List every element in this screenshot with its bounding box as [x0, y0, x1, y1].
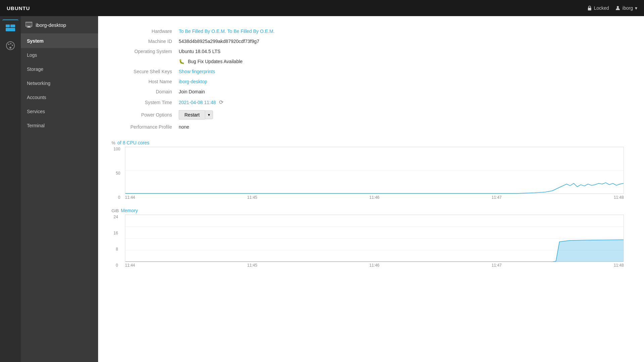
time-label: System Time — [112, 100, 179, 105]
memory-chart-x-labels: 11:44 11:45 11:46 11:47 11:48 — [125, 263, 624, 268]
sidebar-item-terminal[interactable]: Terminal — [21, 119, 98, 133]
hostname-value[interactable]: iborg-desktop — [179, 79, 207, 84]
hardware-row: Hardware To Be Filled By O.E.M. To Be Fi… — [112, 26, 624, 36]
cpu-y-100: 100 — [114, 147, 120, 151]
mem-x-1148: 11:48 — [614, 263, 624, 268]
machine-id-row: Machine ID 5438d4b8925a299akd87920cdf73f… — [112, 36, 624, 46]
time-row: System Time 2021-04-08 11:48 ⟳ — [112, 97, 624, 108]
os-label: Operating System — [112, 49, 179, 54]
bug-text: 🐛 Bug Fix Updates Available — [179, 59, 243, 64]
svg-marker-22 — [125, 240, 624, 262]
svg-rect-3 — [10, 25, 15, 27]
sidebar-icon-dashboard[interactable] — [2, 19, 18, 36]
svg-point-6 — [8, 44, 9, 45]
svg-rect-13 — [27, 27, 31, 28]
topbar: UBUNTU Locked iborg ▾ — [0, 0, 644, 16]
sidebar-item-storage[interactable]: Storage — [21, 62, 98, 76]
sidebar-item-accounts[interactable]: Accounts — [21, 90, 98, 104]
cpu-x-1147: 11:47 — [491, 195, 502, 200]
cpu-chart-section: % of 8 CPU cores 100 50 0 — [112, 140, 624, 200]
svg-rect-12 — [28, 27, 30, 27]
mem-x-1145: 11:45 — [247, 263, 257, 268]
ssh-value[interactable]: Show fingerprints — [179, 69, 215, 74]
cpu-y-50: 50 — [116, 171, 120, 176]
cpu-chart-container — [125, 147, 624, 194]
svg-point-8 — [12, 45, 13, 46]
memory-chart-y-labels: 24 16 8 0 — [112, 215, 119, 268]
main-layout: iborg-desktop System Logs Storage Networ… — [0, 16, 644, 362]
user-icon — [615, 5, 620, 11]
palette-icon — [6, 41, 15, 50]
memory-chart-wrapper: 24 16 8 0 — [125, 215, 624, 268]
svg-rect-2 — [6, 25, 10, 27]
cpu-x-1145: 11:45 — [247, 195, 257, 200]
sidebar-item-system[interactable]: System — [21, 34, 98, 48]
mem-x-1147: 11:47 — [491, 263, 502, 268]
hardware-value[interactable]: To Be Filled By O.E.M. To Be Filled By O… — [179, 29, 274, 34]
memory-chart-title: Memory — [121, 208, 138, 213]
app-title: UBUNTU — [7, 5, 30, 11]
svg-rect-4 — [6, 28, 15, 31]
cpu-chart-title-row: % of 8 CPU cores — [112, 140, 624, 145]
svg-rect-11 — [26, 22, 32, 26]
hostname-row: Host Name iborg-desktop — [112, 77, 624, 87]
nav-sidebar-header: iborg-desktop — [21, 16, 98, 34]
nav-sidebar: iborg-desktop System Logs Storage Networ… — [21, 16, 98, 362]
memory-chart-section: GiB Memory 24 16 8 0 — [112, 208, 624, 268]
host-icon — [26, 21, 32, 28]
perf-value: none — [179, 124, 189, 130]
mem-x-1146: 11:46 — [369, 263, 379, 268]
sidebar-item-logs[interactable]: Logs — [21, 48, 98, 62]
domain-value: Join Domain — [179, 89, 205, 94]
cpu-chart-x-labels: 11:44 11:45 11:46 11:47 11:48 — [125, 195, 624, 200]
lock-label: Locked — [594, 5, 609, 11]
power-label: Power Options — [112, 112, 179, 118]
hostname-label: Host Name — [112, 79, 179, 84]
mem-x-1144: 11:44 — [125, 263, 135, 268]
bug-row: 🐛 Bug Fix Updates Available — [112, 56, 624, 66]
hardware-label: Hardware — [112, 29, 179, 34]
ssh-row: Secure Shell Keys Show fingerprints — [112, 66, 624, 77]
power-dropdown-button[interactable]: ▾ — [205, 110, 213, 119]
svg-rect-0 — [588, 8, 591, 10]
topbar-right: Locked iborg ▾ — [587, 5, 637, 11]
machine-id-label: Machine ID — [112, 39, 179, 44]
main-content: Hardware To Be Filled By O.E.M. To Be Fi… — [98, 16, 644, 362]
sidebar-item-networking[interactable]: Networking — [21, 76, 98, 90]
cpu-chart-y-labels: 100 50 0 — [112, 147, 122, 200]
cpu-x-1144: 11:44 — [125, 195, 135, 200]
memory-chart-title-row: GiB Memory — [112, 208, 624, 213]
domain-label: Domain — [112, 89, 179, 94]
mem-y-8: 8 — [116, 247, 118, 252]
dashboard-icon — [6, 23, 15, 33]
os-value: Ubuntu 18.04.5 LTS — [179, 49, 220, 54]
mem-y-16: 16 — [114, 231, 118, 235]
memory-chart-unit: GiB — [112, 208, 119, 213]
user-label: iborg — [622, 5, 633, 11]
cpu-chart-title: of 8 CPU cores — [118, 140, 149, 145]
svg-point-1 — [617, 6, 619, 8]
memory-chart-container — [125, 215, 624, 262]
sidebar-item-services[interactable]: Services — [21, 104, 98, 119]
domain-row: Domain Join Domain — [112, 87, 624, 97]
time-value: 2021-04-08 11:48 ⟳ — [179, 99, 223, 105]
cpu-chart-unit: % — [112, 140, 116, 145]
power-row: Power Options Restart ▾ — [112, 108, 624, 122]
lock-status[interactable]: Locked — [587, 5, 609, 11]
restart-button[interactable]: Restart — [179, 110, 205, 120]
svg-point-9 — [9, 47, 11, 49]
user-menu[interactable]: iborg ▾ — [615, 5, 637, 11]
memory-chart-svg — [125, 215, 624, 262]
icon-sidebar — [0, 16, 21, 362]
perf-row: Performance Profile none — [112, 122, 624, 132]
perf-label: Performance Profile — [112, 124, 179, 130]
lock-icon — [587, 5, 592, 11]
user-dropdown-icon: ▾ — [635, 5, 637, 11]
host-name: iborg-desktop — [36, 22, 66, 28]
mem-y-0: 0 — [116, 263, 118, 268]
ssh-label: Secure Shell Keys — [112, 69, 179, 74]
refresh-icon[interactable]: ⟳ — [219, 99, 223, 105]
cpu-chart-svg — [125, 147, 624, 194]
cpu-x-1146: 11:46 — [369, 195, 379, 200]
sidebar-icon-palette[interactable] — [2, 38, 18, 54]
